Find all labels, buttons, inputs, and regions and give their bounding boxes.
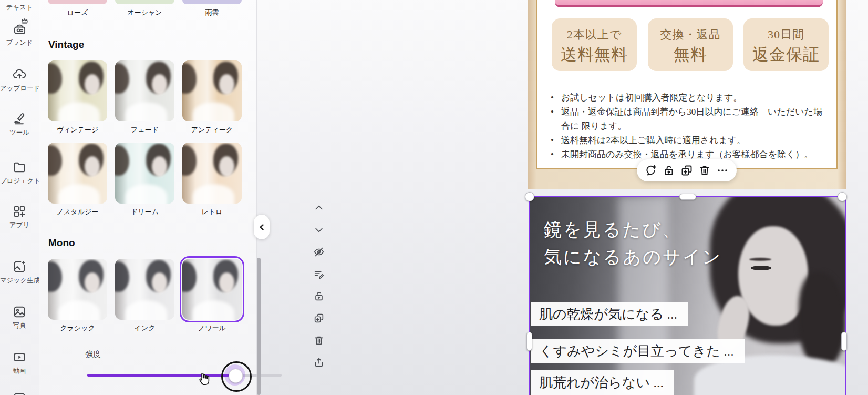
- sidebar-item-partial[interactable]: [0, 391, 39, 395]
- hide-page-button[interactable]: [311, 244, 327, 260]
- filter-thumb[interactable]: [48, 259, 107, 320]
- benefit-box-guarantee[interactable]: 30日間 返金保証: [743, 18, 829, 71]
- note-line: •返品・返金保証は商品到着から30日以内にご連絡 いただいた場: [551, 105, 826, 119]
- duplicate-button[interactable]: [680, 164, 694, 177]
- filter-thumb[interactable]: [182, 143, 242, 204]
- filter-thumb[interactable]: [48, 0, 107, 4]
- duplicate-icon: [680, 164, 693, 177]
- collapse-panel-button[interactable]: [254, 215, 270, 239]
- filter-ink[interactable]: インク: [115, 259, 174, 333]
- export-icon: [313, 357, 325, 368]
- filter-antique[interactable]: アンティーク: [182, 60, 242, 135]
- filter-thumb[interactable]: [182, 259, 242, 320]
- sidebar-item-label: アップロード: [0, 84, 39, 93]
- more-options-button[interactable]: [716, 164, 729, 177]
- headline-line1[interactable]: 鏡を見るたび、: [544, 218, 681, 242]
- lock-button[interactable]: [311, 288, 327, 305]
- lock-open-icon: [313, 290, 325, 302]
- resize-handle-top-left[interactable]: [525, 192, 534, 201]
- intensity-label: 強度: [85, 349, 101, 359]
- filter-thumb[interactable]: [115, 0, 174, 4]
- resize-handle-top-right[interactable]: [838, 192, 847, 201]
- delete-page-button[interactable]: [311, 332, 327, 349]
- notes-pencil-icon: [313, 268, 325, 280]
- sidebar-item-label: アプリ: [0, 221, 39, 230]
- sidebar-item-videos[interactable]: 動画: [0, 350, 39, 376]
- filter-thumb[interactable]: [115, 60, 174, 121]
- section-title-mono: Mono: [48, 237, 75, 249]
- edit-notes-button[interactable]: [311, 266, 327, 282]
- photos-icon: [0, 305, 39, 319]
- comment-plus-icon: [645, 164, 657, 177]
- headline-line2[interactable]: 気になるあのサイン: [544, 245, 722, 269]
- sidebar-item-label: マジック生成: [0, 276, 39, 285]
- bullet: •: [551, 105, 561, 119]
- chevron-down-icon: [314, 225, 324, 235]
- concern-label-2[interactable]: くすみやシミが目立ってきた ...: [531, 339, 745, 363]
- filter-row: ヴィンテージ フェード アンティーク: [48, 60, 242, 135]
- filter-vintage[interactable]: ヴィンテージ: [48, 60, 107, 135]
- sidebar-item-tools[interactable]: ツール: [0, 112, 39, 137]
- concern-label-1[interactable]: 肌の乾燥が気になる ...: [531, 302, 688, 326]
- filter-thumb[interactable]: [182, 0, 242, 4]
- magic-generate-icon: [0, 259, 39, 274]
- filter-label: レトロ: [182, 207, 242, 217]
- filter-thumb[interactable]: [115, 259, 174, 320]
- design-page-2-image[interactable]: 鏡を見るたび、 気になるあのサイン 肌の乾燥が気になる ... くすみやシミが目…: [529, 196, 846, 395]
- filter-dream[interactable]: ドリーム: [115, 143, 174, 217]
- resize-handle-top-center[interactable]: [679, 194, 696, 200]
- benefit-box-shipping[interactable]: 2本以上で 送料無料: [552, 18, 637, 71]
- filter-thumb[interactable]: [182, 60, 242, 121]
- resize-handle-right[interactable]: [841, 332, 847, 351]
- filter-nostalgia[interactable]: ノスタルジー: [48, 143, 107, 217]
- eye-off-icon: [313, 246, 325, 258]
- duplicate-page-button[interactable]: [311, 310, 327, 327]
- sidebar-divider: [4, 244, 35, 244]
- filter-classic[interactable]: クラシック: [48, 259, 107, 333]
- lock-button[interactable]: [662, 164, 676, 177]
- export-page-button[interactable]: [311, 354, 327, 371]
- benefit-line2: 返金保証: [743, 44, 829, 66]
- resize-handle-left[interactable]: [526, 332, 532, 351]
- sidebar-item-label: ツール: [0, 128, 39, 137]
- sidebar-item-text[interactable]: テキスト: [0, 1, 39, 12]
- upload-icon: [0, 67, 39, 82]
- sidebar-item-upload[interactable]: アップロード: [0, 67, 39, 93]
- filter-fade[interactable]: フェード: [115, 60, 174, 135]
- chevron-up-icon: [314, 202, 324, 213]
- filter-raincloud[interactable]: 雨雲: [182, 0, 242, 17]
- apps-icon: [0, 204, 39, 219]
- filter-label: ノスタルジー: [48, 207, 107, 217]
- move-up-button[interactable]: [311, 199, 327, 216]
- terms-note-list[interactable]: •お試しセットは初回購入者限定となります。 •返品・返金保証は商品到着から30日…: [551, 90, 826, 161]
- filter-thumb[interactable]: [48, 143, 107, 204]
- comment-button[interactable]: [644, 164, 658, 177]
- benefit-line1: 2本以上で: [552, 27, 637, 43]
- filter-thumb[interactable]: [115, 143, 174, 204]
- concern-label-3[interactable]: 肌荒れが治らない ...: [531, 370, 674, 395]
- filter-label: ドリーム: [115, 207, 174, 217]
- sidebar-item-apps[interactable]: アプリ: [0, 204, 39, 230]
- filter-label: オーシャン: [115, 8, 174, 17]
- bullet: •: [551, 147, 561, 161]
- filter-noir-selected[interactable]: ノワール: [182, 259, 242, 333]
- filter-rose[interactable]: ローズ: [48, 0, 107, 17]
- benefit-line1: 30日間: [743, 27, 829, 43]
- intensity-slider[interactable]: [87, 368, 282, 382]
- trash-icon: [313, 335, 325, 346]
- benefit-line2: 無料: [648, 44, 733, 66]
- sidebar-item-magic-generate[interactable]: マジック生成: [0, 259, 39, 285]
- sidebar-item-photos[interactable]: 写真: [0, 305, 39, 330]
- filter-ocean[interactable]: オーシャン: [115, 0, 174, 17]
- filter-retro[interactable]: レトロ: [182, 143, 242, 217]
- tools-icon: [0, 112, 39, 126]
- sidebar-item-brand[interactable]: ブランド: [0, 22, 39, 47]
- panel-scrollbar[interactable]: [257, 258, 261, 395]
- filter-row-partial: ローズ オーシャン 雨雲: [48, 0, 242, 17]
- section-title-vintage: Vintage: [48, 39, 84, 50]
- benefit-box-returns[interactable]: 交換・返品 無料: [648, 18, 733, 71]
- filter-thumb[interactable]: [48, 60, 107, 121]
- delete-button[interactable]: [698, 164, 711, 177]
- move-down-button[interactable]: [311, 221, 327, 238]
- sidebar-item-projects[interactable]: プロジェクト: [0, 160, 39, 186]
